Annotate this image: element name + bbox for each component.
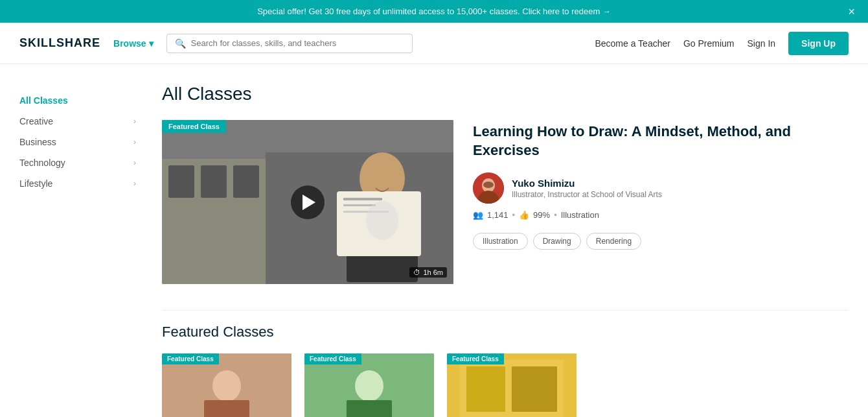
sidebar-item-all-classes[interactable]: All Classes	[19, 90, 136, 111]
duration-value: 1h 6m	[423, 268, 443, 276]
small-card-badge-2: Featured Class	[304, 353, 361, 364]
students-count: 1,141	[487, 210, 508, 220]
instructor-details: Yuko Shimizu Illustrator, Instructor at …	[512, 178, 662, 199]
svg-point-18	[212, 370, 241, 401]
sidebar-label-lifestyle: Lifestyle	[19, 178, 52, 189]
promo-banner: Special offer! Get 30 free days of unlim…	[0, 0, 868, 23]
header-nav: Become a Teacher Go Premium Sign In Sign…	[595, 32, 849, 55]
svg-point-12	[366, 201, 398, 240]
svg-rect-26	[512, 366, 557, 412]
banner-text: Special offer! Get 30 free days of unlim…	[257, 6, 611, 16]
svg-point-21	[355, 370, 383, 401]
sidebar-label-creative: Creative	[19, 116, 53, 126]
browse-button[interactable]: Browse ▾	[113, 38, 154, 49]
svg-rect-5	[233, 165, 259, 198]
instructor-name: Yuko Shimizu	[512, 178, 662, 189]
featured-badge: Featured Class	[162, 120, 226, 133]
sidebar: All Classes Creative › Business › Techno…	[19, 84, 136, 417]
svg-rect-4	[201, 165, 227, 198]
instructor-row: Yuko Shimizu Illustrator, Instructor at …	[473, 173, 849, 204]
sidebar-item-business[interactable]: Business ›	[19, 132, 136, 152]
tag-illustration[interactable]: Illustration	[473, 233, 528, 250]
featured-thumbnail[interactable]: Featured Class ⏱ 1h 6m	[162, 120, 453, 284]
rating-value: 99%	[533, 210, 550, 220]
search-bar: 🔍	[166, 34, 413, 53]
header: SKILLSHARE Browse ▾ 🔍 Become a Teacher G…	[0, 23, 868, 64]
chevron-right-icon: ›	[133, 158, 136, 167]
become-teacher-button[interactable]: Become a Teacher	[595, 38, 670, 49]
svg-rect-19	[204, 400, 249, 417]
small-card-1[interactable]: Featured Class	[162, 353, 291, 417]
small-card-3[interactable]: Featured Class	[447, 353, 577, 417]
chevron-down-icon: ▾	[149, 38, 154, 49]
cards-row: Featured Class Featured Class	[162, 353, 849, 417]
featured-classes-title: Featured Classes	[162, 324, 849, 340]
chevron-right-icon: ›	[133, 117, 136, 126]
sidebar-item-lifestyle[interactable]: Lifestyle ›	[19, 173, 136, 194]
sign-in-button[interactable]: Sign In	[748, 38, 776, 49]
tag-rendering[interactable]: Rendering	[586, 233, 641, 250]
svg-rect-3	[168, 165, 194, 198]
svg-point-16	[483, 182, 494, 188]
instructor-title-text: Illustrator, Instructor at School of Vis…	[512, 190, 662, 199]
search-icon: 🔍	[175, 38, 186, 49]
sign-up-button[interactable]: Sign Up	[788, 32, 849, 55]
featured-classes-section: Featured Classes Featured Class Featured…	[162, 310, 849, 417]
sidebar-label-technology: Technology	[19, 158, 65, 168]
clock-icon: ⏱	[413, 268, 420, 276]
stats-row: 👥 1,141 • 👍 99% • Illustration	[473, 210, 849, 220]
logo: SKILLSHARE	[19, 36, 100, 50]
main-container: All Classes Creative › Business › Techno…	[0, 64, 868, 417]
sidebar-item-creative[interactable]: Creative ›	[19, 111, 136, 132]
avatar	[473, 173, 504, 204]
svg-rect-9	[343, 198, 382, 200]
svg-rect-25	[466, 366, 505, 412]
svg-rect-10	[343, 204, 376, 206]
chevron-right-icon: ›	[133, 179, 136, 188]
small-card-2[interactable]: Featured Class	[304, 353, 434, 417]
category-label: Illustration	[561, 210, 599, 220]
class-info: Learning How to Draw: A Mindset, Method,…	[473, 120, 849, 284]
go-premium-button[interactable]: Go Premium	[683, 38, 735, 49]
sidebar-item-technology[interactable]: Technology ›	[19, 152, 136, 173]
featured-class-card: Featured Class ⏱ 1h 6m Learning How to D…	[162, 120, 849, 284]
sidebar-label-all-classes: All Classes	[19, 95, 68, 106]
tag-drawing[interactable]: Drawing	[533, 233, 581, 250]
browse-label: Browse	[113, 38, 146, 49]
small-card-badge-3: Featured Class	[447, 353, 504, 364]
content-area: All Classes	[162, 84, 849, 417]
small-card-badge-1: Featured Class	[162, 353, 219, 364]
students-icon: 👥	[473, 210, 483, 220]
tags-container: Illustration Drawing Rendering	[473, 233, 849, 250]
thumbsup-icon: 👍	[519, 210, 529, 220]
dot-2: •	[554, 210, 557, 220]
dot-1: •	[512, 210, 516, 220]
search-input[interactable]	[191, 38, 404, 48]
close-banner-button[interactable]: ×	[848, 6, 855, 18]
sidebar-label-business: Business	[19, 137, 56, 147]
page-title: All Classes	[162, 84, 849, 104]
duration-badge: ⏱ 1h 6m	[409, 267, 447, 278]
play-button[interactable]	[291, 185, 325, 219]
play-icon	[303, 195, 315, 210]
svg-rect-22	[347, 400, 392, 417]
class-title: Learning How to Draw: A Mindset, Method,…	[473, 123, 849, 160]
chevron-right-icon: ›	[133, 137, 136, 147]
